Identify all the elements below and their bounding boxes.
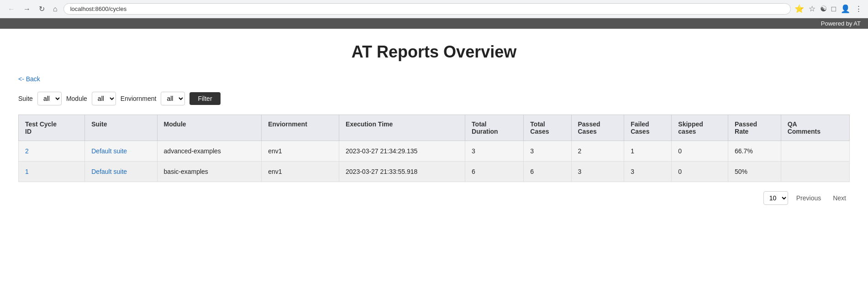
cell-total-duration: 3 bbox=[465, 141, 524, 162]
page-title: AT Reports Overview bbox=[18, 42, 850, 62]
cell-execution-time: 2023-03-27 21:34:29.135 bbox=[339, 141, 465, 162]
suite-select[interactable]: all bbox=[37, 92, 62, 105]
previous-button[interactable]: Previous bbox=[793, 193, 825, 204]
cell-total-duration: 6 bbox=[465, 162, 524, 182]
cell-id: 1 bbox=[19, 162, 85, 182]
th-passed-rate: PassedRate bbox=[728, 115, 781, 141]
th-skipped-cases: Skippedcases bbox=[672, 115, 728, 141]
cell-environment: env1 bbox=[262, 141, 339, 162]
cell-total-cases: 6 bbox=[524, 162, 571, 182]
th-environment: Enviornment bbox=[262, 115, 339, 141]
share-icon[interactable]: ⭐ bbox=[794, 4, 804, 14]
table-header: Test CycleID Suite Module Enviornment Ex… bbox=[19, 115, 850, 141]
cell-passed-cases: 3 bbox=[571, 162, 624, 182]
cell-module: advanced-examples bbox=[157, 141, 262, 162]
th-failed-cases: FailedCases bbox=[624, 115, 672, 141]
th-test-cycle-id: Test CycleID bbox=[19, 115, 85, 141]
profile-icon[interactable]: 👤 bbox=[841, 4, 850, 14]
cell-passed-rate: 66.7% bbox=[728, 141, 781, 162]
cell-skipped-cases: 0 bbox=[672, 162, 728, 182]
th-execution-time: Execution Time bbox=[339, 115, 465, 141]
cell-passed-cases: 2 bbox=[571, 141, 624, 162]
browser-home-btn[interactable]: ⌂ bbox=[51, 4, 60, 14]
cell-id: 2 bbox=[19, 141, 85, 162]
cell-total-cases: 3 bbox=[524, 141, 571, 162]
cell-module: basic-examples bbox=[157, 162, 262, 182]
environment-select[interactable]: all bbox=[161, 92, 185, 105]
suite-link[interactable]: Default suite bbox=[91, 168, 127, 175]
table-row: 2 Default suite advanced-examples env1 2… bbox=[19, 141, 850, 162]
table-body: 2 Default suite advanced-examples env1 2… bbox=[19, 141, 850, 182]
filter-button[interactable]: Filter bbox=[189, 92, 220, 105]
cell-skipped-cases: 0 bbox=[672, 141, 728, 162]
environment-label: Enviornment bbox=[121, 95, 157, 102]
header-row: Test CycleID Suite Module Enviornment Ex… bbox=[19, 115, 850, 141]
table-row: 1 Default suite basic-examples env1 2023… bbox=[19, 162, 850, 182]
th-suite: Suite bbox=[85, 115, 157, 141]
fullscreen-icon[interactable]: □ bbox=[831, 5, 836, 14]
cycles-table: Test CycleID Suite Module Enviornment Ex… bbox=[18, 115, 850, 182]
cell-failed-cases: 3 bbox=[624, 162, 672, 182]
browser-action-icons: ⭐ ☆ ☯ □ 👤 ⋮ bbox=[794, 4, 863, 14]
th-module: Module bbox=[157, 115, 262, 141]
browser-back-btn[interactable]: ← bbox=[5, 4, 17, 14]
cycle-id-link[interactable]: 1 bbox=[25, 168, 29, 175]
browser-reload-btn[interactable]: ↻ bbox=[37, 4, 47, 14]
cell-failed-cases: 1 bbox=[624, 141, 672, 162]
menu-icon[interactable]: ⋮ bbox=[855, 4, 863, 14]
module-select[interactable]: all bbox=[92, 92, 116, 105]
powered-by-bar: Powered by AT bbox=[0, 18, 868, 29]
page-content: AT Reports Overview <- Back Suite all Mo… bbox=[0, 29, 868, 223]
cell-execution-time: 2023-03-27 21:33:55.918 bbox=[339, 162, 465, 182]
cell-qa-comments bbox=[781, 162, 849, 182]
address-bar[interactable] bbox=[63, 3, 791, 15]
cell-passed-rate: 50% bbox=[728, 162, 781, 182]
star-icon[interactable]: ☆ bbox=[809, 4, 815, 14]
cell-suite: Default suite bbox=[85, 162, 157, 182]
th-passed-cases: PassedCases bbox=[571, 115, 624, 141]
extensions-icon[interactable]: ☯ bbox=[820, 4, 827, 14]
cell-environment: env1 bbox=[262, 162, 339, 182]
th-total-duration: TotalDuration bbox=[465, 115, 524, 141]
back-link[interactable]: <- Back bbox=[18, 75, 40, 83]
filter-bar: Suite all Module all Enviornment all Fil… bbox=[18, 92, 850, 105]
th-total-cases: TotalCases bbox=[524, 115, 571, 141]
th-qa-comments: QAComments bbox=[781, 115, 849, 141]
pagination: 102050 Previous Next bbox=[18, 191, 850, 205]
next-button[interactable]: Next bbox=[829, 193, 850, 204]
browser-forward-btn[interactable]: → bbox=[21, 4, 33, 14]
module-label: Module bbox=[66, 95, 87, 102]
suite-label: Suite bbox=[18, 95, 33, 102]
powered-by-text: Powered by AT bbox=[821, 20, 861, 27]
per-page-select[interactable]: 102050 bbox=[763, 191, 788, 205]
cell-qa-comments bbox=[781, 141, 849, 162]
suite-link[interactable]: Default suite bbox=[91, 147, 127, 155]
cell-suite: Default suite bbox=[85, 141, 157, 162]
browser-chrome: ← → ↻ ⌂ ⭐ ☆ ☯ □ 👤 ⋮ bbox=[0, 0, 868, 18]
cycle-id-link[interactable]: 2 bbox=[25, 147, 29, 155]
